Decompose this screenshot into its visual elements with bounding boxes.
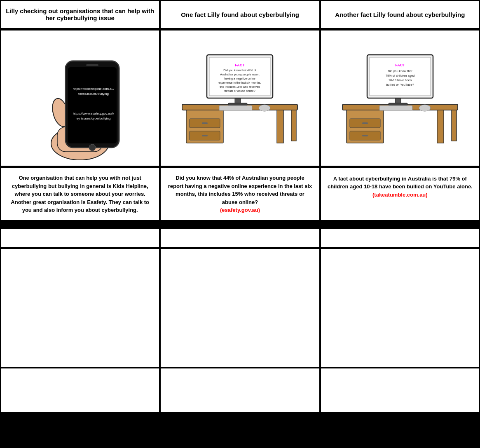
col2-text: Did you know that 44% of Australian youn… <box>161 168 319 220</box>
svg-text:Did you know that: Did you know that <box>388 69 413 73</box>
svg-rect-49 <box>379 106 412 110</box>
svg-text:Did you know that 44% of: Did you know that 44% of <box>224 69 256 72</box>
col1-text: One organisation that can help you with … <box>1 168 159 220</box>
empty-cell-3-2 <box>160 368 320 413</box>
empty-cell-2-3 <box>320 248 480 368</box>
svg-rect-16 <box>202 135 208 136</box>
svg-text:FACT: FACT <box>235 63 245 67</box>
svg-rect-38 <box>437 110 444 143</box>
cell-2: One fact Lilly found about cyberbullying <box>160 0 320 30</box>
separator-1 <box>0 221 480 228</box>
svg-text:10-18 have been: 10-18 have been <box>389 78 412 82</box>
empty-cell-1-2 <box>160 228 320 248</box>
col2-body-text: Did you know that 44% of Australian youn… <box>168 175 312 205</box>
cell-1: Lilly checking out organisations that ca… <box>0 0 160 30</box>
svg-text:teens/issues/bullying: teens/issues/bullying <box>78 92 109 96</box>
empty-cell-2-1 <box>0 248 160 368</box>
empty-row-3 <box>0 368 480 413</box>
text-cell-1: One organisation that can help you with … <box>0 167 160 221</box>
svg-text:FACT: FACT <box>395 63 405 67</box>
svg-text:Australian young people report: Australian young people report <box>220 73 260 76</box>
empty-cell-2-2 <box>160 248 320 368</box>
svg-rect-4 <box>68 67 117 143</box>
svg-text:https://#kidshelpline.com.au/: https://#kidshelpline.com.au/ <box>73 87 115 91</box>
desk-svg-2: FACT Did you know that 79% of children a… <box>334 38 466 158</box>
svg-text:bullied on YouTube?: bullied on YouTube? <box>386 83 414 87</box>
image-cell-1: https://#kidshelpline.com.au/ teens/issu… <box>0 30 160 167</box>
svg-text:79% of children aged: 79% of children aged <box>386 74 414 77</box>
svg-rect-36 <box>362 122 368 124</box>
svg-text:ey-issues/cyberbullying: ey-issues/cyberbullying <box>77 117 111 120</box>
storyboard-images: https://#kidshelpline.com.au/ teens/issu… <box>0 30 480 167</box>
svg-point-31 <box>259 105 270 111</box>
col1-header: Lilly checking out organisations that ca… <box>1 1 159 29</box>
svg-text:having a negative online: having a negative online <box>225 77 256 80</box>
col3-body-text: A fact about cyberbullying in Australia … <box>328 176 473 190</box>
col3-header: Another fact Lilly found about cyberbull… <box>321 1 479 29</box>
empty-cell-1-3 <box>320 228 480 248</box>
computer-desk-2: FACT Did you know that 79% of children a… <box>321 30 479 167</box>
desk-svg-1: FACT Did you know that 44% of Australian… <box>174 38 306 158</box>
storyboard-headers: Lilly checking out organisations that ca… <box>0 0 480 30</box>
svg-rect-39 <box>452 110 457 141</box>
empty-row-2 <box>0 248 480 368</box>
svg-rect-17 <box>277 110 283 143</box>
svg-rect-30 <box>219 106 252 110</box>
text-cell-3: A fact about cyberbullying in Australia … <box>320 167 480 221</box>
empty-cell-1-1 <box>0 228 160 248</box>
svg-rect-15 <box>202 122 208 124</box>
svg-rect-18 <box>291 110 296 141</box>
svg-text:experience in the last six mon: experience in the last six months, <box>219 81 262 84</box>
svg-point-50 <box>419 105 431 111</box>
svg-rect-20 <box>228 103 247 106</box>
computer-desk-1: FACT Did you know that 44% of Australian… <box>161 30 319 167</box>
phone-svg: https://#kidshelpline.com.au/ teens/issu… <box>33 36 127 160</box>
col3-text: A fact about cyberbullying in Australia … <box>321 168 479 205</box>
svg-rect-37 <box>362 135 368 136</box>
storyboard-text: One organisation that can help you with … <box>0 167 480 221</box>
col2-link: (esafety.gov.au) <box>220 207 260 213</box>
empty-row-1 <box>0 228 480 248</box>
svg-text:threats or abuse online?: threats or abuse online? <box>225 89 255 92</box>
image-cell-2: FACT Did you know that 44% of Australian… <box>160 30 320 167</box>
col3-link: (takeatumble.com.au) <box>372 192 428 198</box>
image-cell-3: FACT Did you know that 79% of children a… <box>320 30 480 167</box>
cell-3: Another fact Lilly found about cyberbull… <box>320 0 480 30</box>
phone-image: https://#kidshelpline.com.au/ teens/issu… <box>1 30 159 167</box>
svg-rect-41 <box>389 103 407 106</box>
svg-text:this includes 15% who received: this includes 15% who received <box>220 85 260 88</box>
col2-header: One fact Lilly found about cyberbullying <box>161 1 319 29</box>
text-cell-2: Did you know that 44% of Australian youn… <box>160 167 320 221</box>
empty-cell-3-1 <box>0 368 160 413</box>
svg-point-9 <box>89 144 96 151</box>
svg-rect-10 <box>86 64 98 66</box>
empty-cell-3-3 <box>320 368 480 413</box>
svg-text:https://www.esafety.gov.au/k: https://www.esafety.gov.au/k <box>73 112 115 115</box>
